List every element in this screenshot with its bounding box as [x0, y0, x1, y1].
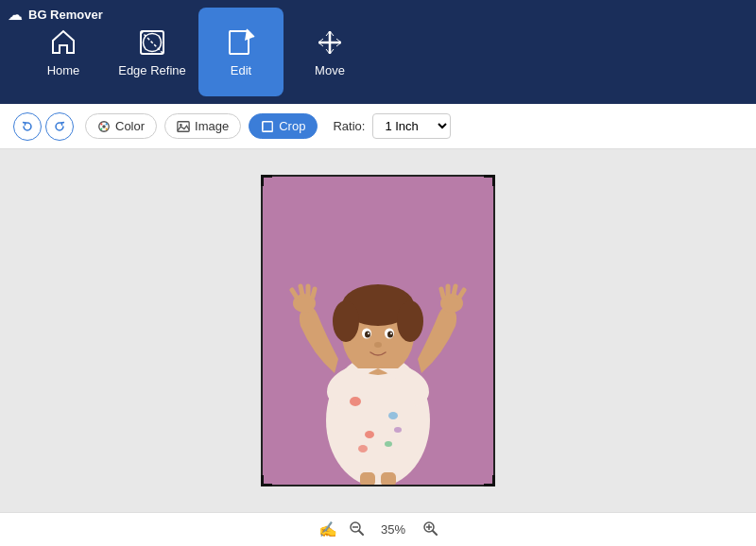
color-button[interactable]: Color — [85, 113, 157, 139]
move-icon — [315, 27, 345, 58]
image-icon — [177, 120, 190, 133]
redo-button[interactable] — [45, 112, 74, 141]
svg-point-34 — [390, 333, 392, 334]
nav-edge-refine[interactable]: Edge Refine — [110, 8, 195, 96]
svg-point-23 — [394, 427, 402, 433]
svg-point-20 — [365, 431, 374, 438]
image-button-label: Image — [195, 119, 229, 133]
svg-point-12 — [180, 123, 182, 126]
zoom-out-icon[interactable] — [349, 520, 364, 539]
svg-point-8 — [106, 123, 108, 125]
nav-move-label: Move — [315, 63, 345, 77]
svg-point-10 — [106, 128, 108, 129]
redo-icon — [53, 120, 66, 133]
app-icon: ☁ — [8, 6, 23, 24]
zoom-in-icon[interactable] — [422, 520, 438, 539]
edit-icon — [226, 27, 256, 58]
app-title: BG Remover — [28, 8, 103, 22]
svg-rect-46 — [360, 472, 375, 486]
svg-point-7 — [100, 123, 102, 125]
svg-point-6 — [102, 125, 106, 128]
svg-point-28 — [397, 300, 423, 342]
svg-point-27 — [333, 300, 359, 342]
nav-edit[interactable]: Edit — [198, 8, 284, 96]
image-container — [261, 175, 495, 486]
undo-redo-group — [13, 112, 74, 141]
toolbar: Color Image Crop Ratio: 1 Inch 2 Inch Cu… — [0, 104, 756, 149]
zoom-value: 35% — [375, 522, 411, 537]
svg-point-19 — [388, 412, 398, 419]
svg-point-33 — [368, 333, 369, 334]
undo-button[interactable] — [13, 112, 42, 141]
crop-button[interactable]: Crop — [249, 113, 318, 139]
photo — [261, 175, 495, 486]
child-svg — [261, 175, 495, 486]
svg-rect-1 — [230, 31, 249, 54]
svg-line-45 — [441, 289, 443, 297]
edge-refine-icon — [137, 27, 167, 58]
svg-rect-13 — [263, 121, 273, 131]
statusbar: ✍ 35% — [0, 512, 756, 546]
canvas-area — [0, 149, 756, 512]
crop-icon — [261, 120, 274, 133]
hand-tool-icon[interactable]: ✍ — [318, 520, 337, 538]
svg-point-32 — [387, 332, 393, 338]
svg-rect-47 — [381, 472, 396, 486]
color-icon — [97, 120, 111, 133]
nav-home-label: Home — [47, 63, 80, 77]
svg-point-9 — [100, 128, 102, 129]
app-title-bar: ☁ BG Remover — [8, 6, 103, 24]
svg-point-31 — [365, 332, 370, 338]
nav-move[interactable]: Move — [287, 8, 372, 96]
crop-button-label: Crop — [279, 119, 305, 133]
svg-point-22 — [358, 445, 368, 452]
svg-line-40 — [313, 289, 315, 297]
undo-icon — [21, 120, 34, 133]
svg-point-35 — [374, 342, 382, 348]
ratio-label: Ratio: — [333, 119, 365, 133]
home-icon — [48, 27, 78, 58]
nav-edge-refine-label: Edge Refine — [118, 63, 186, 77]
svg-line-50 — [359, 531, 363, 535]
color-button-label: Color — [115, 119, 145, 133]
nav-edit-label: Edit — [231, 63, 251, 77]
svg-point-21 — [385, 441, 392, 447]
image-button[interactable]: Image — [164, 113, 241, 139]
svg-line-54 — [433, 531, 437, 535]
navbar: Home Edge Refine Edit Move — [0, 0, 756, 104]
svg-line-38 — [301, 286, 302, 295]
ratio-select[interactable]: 1 Inch 2 Inch Custom — [372, 113, 451, 139]
svg-point-18 — [350, 397, 361, 406]
svg-line-43 — [454, 286, 455, 295]
